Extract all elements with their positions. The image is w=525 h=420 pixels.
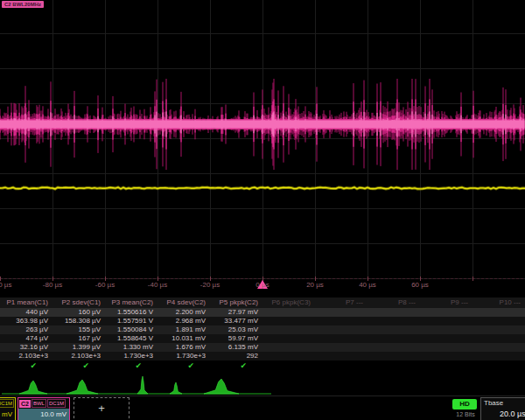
measurement-cell: 1.558645 V bbox=[105, 334, 158, 343]
measurement-cell bbox=[472, 334, 525, 343]
measurement-cell: 32.16 µV bbox=[0, 343, 52, 352]
measurement-cell: 2.103e+3 bbox=[0, 352, 52, 360]
timebase-value: 20.0 µs/div bbox=[481, 409, 525, 420]
measurement-cell bbox=[420, 334, 472, 343]
measurement-cell: 1.550616 V bbox=[105, 308, 158, 317]
measurement-table: P1 mean(C1)P2 sdev(C1)P3 mean(C2)P4 sdev… bbox=[0, 298, 525, 372]
measurement-cell: 2.103e+3 bbox=[52, 352, 105, 360]
time-axis-label: 0 µs bbox=[256, 281, 269, 289]
measurement-cell bbox=[368, 352, 420, 360]
measurement-cell bbox=[420, 308, 472, 317]
time-axis-label: 60 µs bbox=[411, 281, 429, 289]
measurement-cell bbox=[368, 317, 420, 326]
measurement-cell: 2.200 mV bbox=[158, 308, 210, 317]
measurement-cell bbox=[315, 343, 368, 352]
measurement-cell: 1.399 µV bbox=[52, 343, 105, 352]
measurement-cell: 1.676 mV bbox=[158, 343, 210, 352]
c1-vertical-scale: 10.0 mV bbox=[0, 409, 15, 420]
hd-resolution-label: 12 Bits bbox=[452, 411, 479, 417]
measurement-header[interactable]: P8 --- bbox=[368, 298, 420, 308]
param-histicon[interactable] bbox=[170, 382, 182, 394]
measurement-cell bbox=[368, 326, 420, 334]
measurement-cell bbox=[262, 352, 315, 360]
channel1-descriptor-box[interactable]: DC1M 10.0 mV bbox=[0, 397, 16, 420]
measurement-cell bbox=[315, 326, 368, 334]
measurement-header[interactable]: P4 sdev(C2) bbox=[158, 298, 210, 308]
measurement-status-check bbox=[472, 360, 525, 372]
measurement-cell: 474 µV bbox=[0, 334, 52, 343]
measurement-header[interactable]: P9 --- bbox=[420, 298, 472, 308]
time-axis-label: 40 µs bbox=[359, 281, 376, 289]
measurement-status-check bbox=[368, 360, 420, 372]
c2-channel-badge: C2 bbox=[19, 400, 31, 408]
measurement-cell bbox=[472, 317, 525, 326]
measurement-cell: 33.477 mV bbox=[210, 317, 262, 326]
measurement-cell bbox=[420, 317, 472, 326]
time-axis-label: 20 µs bbox=[306, 281, 324, 289]
measurement-header[interactable]: P3 mean(C2) bbox=[105, 298, 158, 308]
measurement-cell: 1.330 mV bbox=[105, 343, 158, 352]
measurement-cell bbox=[472, 352, 525, 360]
measurement-cell bbox=[472, 343, 525, 352]
measurement-cell: 25.03 mV bbox=[210, 326, 262, 334]
time-axis-label: -40 µs bbox=[148, 281, 167, 289]
param-histicon[interactable] bbox=[137, 376, 148, 394]
measurement-cell: 292 bbox=[210, 352, 262, 360]
measurement-cell bbox=[315, 308, 368, 317]
add-trace-button[interactable]: + bbox=[74, 397, 130, 420]
oscilloscope-screen: C2 BWL20MHz -100 µs-80 µs-60 µs-40 µs-20… bbox=[0, 0, 525, 420]
measurement-status-check bbox=[420, 360, 472, 372]
hd-mode-badge[interactable]: HD bbox=[452, 399, 477, 410]
measurement-status-check bbox=[262, 360, 315, 372]
timebase-label: Tbase bbox=[481, 398, 525, 409]
measurement-cell: 167 µV bbox=[52, 334, 105, 343]
timebase-descriptor-box[interactable]: Tbase 20.0 µs/div bbox=[480, 397, 525, 420]
measurement-cell: 1.550084 V bbox=[105, 326, 158, 334]
measurement-cell: 363.98 µV bbox=[0, 317, 52, 326]
measurement-header[interactable]: P6 pkpk(C3) bbox=[262, 298, 315, 308]
measurement-header[interactable]: P7 --- bbox=[315, 298, 368, 308]
c2-coupling-tag: DC1M bbox=[47, 399, 66, 408]
measurement-cell bbox=[420, 352, 472, 360]
measurement-cell: 2.968 mV bbox=[158, 317, 210, 326]
measurement-status-check: ✔ bbox=[158, 360, 210, 372]
measurement-status-check: ✔ bbox=[52, 360, 105, 372]
c2-vertical-scale: 10.0 mV bbox=[18, 409, 69, 420]
param-histicon[interactable] bbox=[66, 380, 98, 394]
measurement-header[interactable]: P1 mean(C1) bbox=[0, 298, 52, 308]
measurement-cell: 59.97 mV bbox=[210, 334, 262, 343]
measurement-cell: 160 µV bbox=[52, 308, 105, 317]
measurement-cell: 155 µV bbox=[52, 326, 105, 334]
measurement-cell bbox=[368, 308, 420, 317]
measurement-cell bbox=[368, 343, 420, 352]
c2-bandwidth-tag: BWL bbox=[32, 399, 46, 408]
measurement-header[interactable]: P5 pkpk(C2) bbox=[210, 298, 262, 308]
waveform-grid bbox=[0, 0, 525, 292]
measurement-cell: 10.031 mV bbox=[158, 334, 210, 343]
measurement-cell: 6.135 mV bbox=[210, 343, 262, 352]
measurement-cell bbox=[315, 317, 368, 326]
c1-coupling-tag: DC1M bbox=[0, 399, 14, 408]
measurement-cell: 158.308 µV bbox=[52, 317, 105, 326]
param-histicon[interactable] bbox=[19, 381, 47, 394]
measurement-cell: 1.557591 V bbox=[105, 317, 158, 326]
measurement-cell bbox=[262, 308, 315, 317]
measurement-cell bbox=[315, 352, 368, 360]
measurement-cell: 440 µV bbox=[0, 308, 52, 317]
measurement-cell bbox=[262, 326, 315, 334]
measurement-header[interactable]: P10 --- bbox=[472, 298, 525, 308]
time-axis-label: -100 µs bbox=[0, 281, 11, 289]
measurement-cell: 1.891 mV bbox=[158, 326, 210, 334]
measurement-cell bbox=[472, 326, 525, 334]
time-axis-label: -60 µs bbox=[95, 281, 115, 289]
time-axis-label: -20 µs bbox=[200, 281, 220, 289]
measurement-cell bbox=[262, 334, 315, 343]
measurement-cell bbox=[262, 343, 315, 352]
measurement-status-check: ✔ bbox=[210, 360, 262, 372]
parameter-histicons[interactable] bbox=[0, 373, 525, 396]
channel2-info-badge: C2 BWL20MHz bbox=[2, 1, 44, 8]
param-histicon[interactable] bbox=[204, 379, 239, 394]
descriptor-bar: DC1M 10.0 mV C2 BWL DC1M 10.0 mV + HD 12… bbox=[0, 396, 525, 420]
measurement-header[interactable]: P2 sdev(C1) bbox=[52, 298, 105, 308]
channel2-descriptor-box[interactable]: C2 BWL DC1M 10.0 mV bbox=[18, 397, 70, 420]
